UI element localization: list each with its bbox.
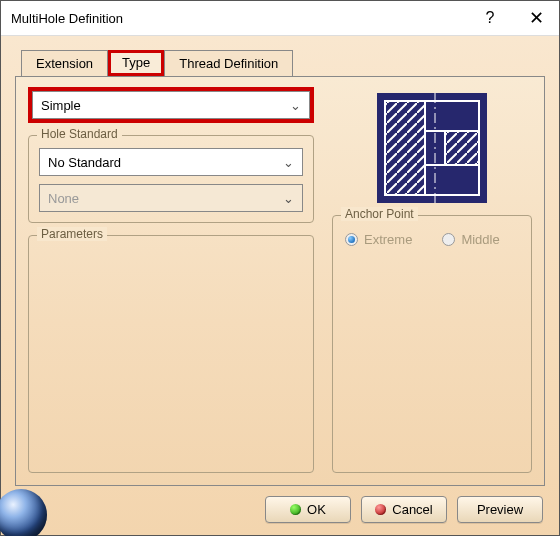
titlebar: MultiHole Definition ? ✕ [1,1,559,36]
preview-icon-wrap [332,87,532,211]
help-button[interactable]: ? [467,1,513,35]
svg-rect-5 [425,165,479,195]
standard-secondary-value: None [48,191,79,206]
cancel-icon [375,504,386,515]
left-column: Simple ⌄ Hole Standard No Standard ⌄ Non… [28,87,314,473]
tab-type[interactable]: Type [108,50,164,76]
anchor-extreme-label: Extreme [364,232,412,247]
cancel-button[interactable]: Cancel [361,496,447,523]
button-bar: OK Cancel Preview [15,486,545,525]
window-title: MultiHole Definition [11,11,467,26]
anchor-point-title: Anchor Point [341,207,418,221]
standard-value: No Standard [48,155,121,170]
tab-bar: Extension Type Thread Definition [21,50,545,76]
client-area: Extension Type Thread Definition Simple … [1,36,559,535]
ok-button[interactable]: OK [265,496,351,523]
radio-icon [345,233,358,246]
hole-schematic-icon [377,93,487,203]
tab-panel: Simple ⌄ Hole Standard No Standard ⌄ Non… [15,76,545,486]
right-column: Anchor Point Extreme Middle [332,87,532,473]
anchor-radio-row: Extreme Middle [343,228,521,251]
preview-label: Preview [477,502,523,517]
dialog-window: MultiHole Definition ? ✕ Extension Type … [0,0,560,536]
chevron-down-icon: ⌄ [283,191,294,206]
parameters-group: Parameters [28,235,314,473]
chevron-down-icon: ⌄ [290,98,301,113]
close-button[interactable]: ✕ [513,1,559,35]
standard-secondary-select: None ⌄ [39,184,303,212]
hole-type-value: Simple [41,98,81,113]
standard-select[interactable]: No Standard ⌄ [39,148,303,176]
parameters-title: Parameters [37,227,107,241]
type-combo-highlight: Simple ⌄ [28,87,314,123]
radio-icon [442,233,455,246]
hole-standard-group: Hole Standard No Standard ⌄ None ⌄ [28,135,314,223]
chevron-down-icon: ⌄ [283,155,294,170]
anchor-middle-radio: Middle [442,232,499,247]
hole-standard-title: Hole Standard [37,127,122,141]
anchor-middle-label: Middle [461,232,499,247]
anchor-point-group: Anchor Point Extreme Middle [332,215,532,473]
preview-button[interactable]: Preview [457,496,543,523]
ok-label: OK [307,502,326,517]
cancel-label: Cancel [392,502,432,517]
tab-extension[interactable]: Extension [21,50,108,76]
svg-rect-4 [425,101,479,131]
anchor-extreme-radio: Extreme [345,232,412,247]
tab-thread-definition[interactable]: Thread Definition [164,50,293,76]
ok-icon [290,504,301,515]
hole-type-select[interactable]: Simple ⌄ [32,91,310,119]
